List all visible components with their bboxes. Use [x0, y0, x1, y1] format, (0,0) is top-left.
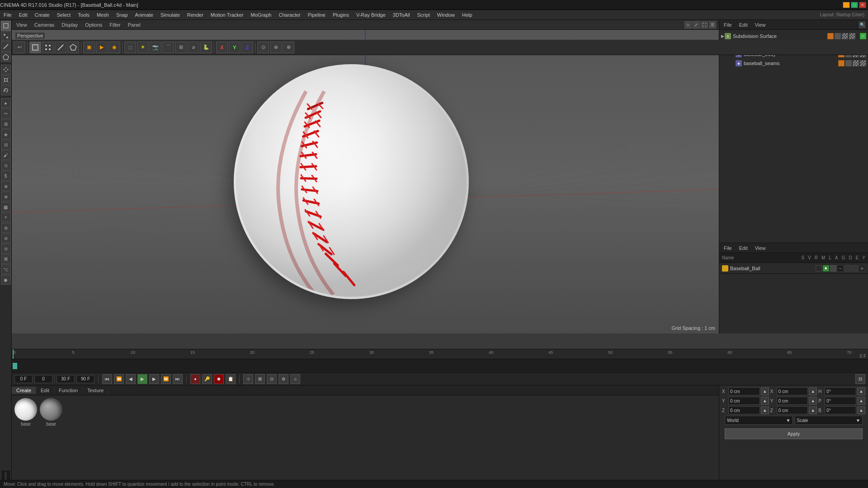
tool-f[interactable]: ⌘ [1, 254, 11, 264]
go-start-btn[interactable]: ⏮ [102, 374, 112, 384]
tool-mode-btn[interactable] [1, 21, 11, 31]
snap-config-btn[interactable]: ⊙ [267, 374, 277, 384]
tool-extrude[interactable]: ⊞ [1, 119, 11, 129]
subdiv-active[interactable]: ✓ [860, 33, 866, 39]
vp-menu-options[interactable]: Options [83, 21, 104, 28]
menu-pipeline[interactable]: Pipeline [304, 11, 329, 19]
tool-e[interactable]: ⊝ [1, 244, 11, 253]
attr-obj-row[interactable]: Baseball_Ball ■ ═ ⊛ [719, 263, 868, 274]
menu-select[interactable]: Select [53, 11, 75, 19]
menu-motion-tracker[interactable]: Motion Tracker [207, 11, 247, 19]
timeline-layout-btn[interactable]: ⊟ [855, 374, 865, 384]
coord-system[interactable]: ⊕ [270, 42, 282, 53]
maximize-button[interactable]: □ [851, 2, 858, 8]
menu-3dtoall[interactable]: 3DToAll [389, 11, 414, 19]
menu-mograph[interactable]: MoGraph [247, 11, 275, 19]
attr-icon1[interactable] [816, 265, 822, 272]
render-view[interactable]: ▶ [96, 42, 108, 53]
menu-tools[interactable]: Tools [74, 11, 93, 19]
seams-ctrl4[interactable] [860, 60, 866, 66]
obj-camera[interactable]: 📷 [150, 42, 161, 53]
coord-y-btn[interactable]: ▲ [761, 397, 769, 405]
axis-y[interactable]: Y [229, 42, 241, 53]
coord-rx-field[interactable]: 0° [825, 387, 856, 395]
coord-rx-btn[interactable]: ▲ [857, 387, 865, 395]
obj-subdivision-surface[interactable]: ▶ S Subdivision Surface ✓ [719, 32, 868, 41]
coord-x-field[interactable]: 0 cm [728, 387, 760, 395]
mode-edges[interactable] [55, 42, 66, 53]
attr-active-icon[interactable]: ■ [823, 265, 829, 272]
coord-ry-field[interactable]: 0° [825, 397, 856, 405]
tool-rotate[interactable] [1, 85, 11, 95]
next-frame-btn[interactable]: ▶ [149, 374, 159, 384]
snap-btn[interactable]: ⊙ [257, 42, 269, 53]
minimize-button[interactable]: _ [843, 2, 850, 8]
obj-baseball-seams[interactable]: ◈ baseball_seams [719, 59, 868, 68]
menu-mesh[interactable]: Mesh [93, 11, 113, 19]
menu-help[interactable]: Help [458, 11, 476, 19]
coord-z-btn[interactable]: ▲ [761, 406, 769, 414]
vp-menu-view[interactable]: View [14, 21, 29, 28]
mat-tab-texture[interactable]: Texture [83, 387, 108, 394]
attr-icon5[interactable] [844, 265, 851, 272]
am-file[interactable]: File [722, 244, 734, 252]
tool-magnet[interactable]: ⊙ [1, 160, 11, 170]
menu-character[interactable]: Character [275, 11, 304, 19]
am-view[interactable]: View [753, 244, 768, 252]
mat-ball-gray[interactable] [40, 398, 62, 421]
snap-elements-btn[interactable]: ⊞ [255, 374, 265, 384]
menu-vray[interactable]: V-Ray Bridge [353, 11, 389, 19]
render-pic[interactable]: ◉ [108, 42, 120, 53]
mat-tab-edit[interactable]: Edit [36, 387, 54, 394]
coord-ry-btn[interactable]: ▲ [857, 397, 865, 405]
coord-sy-field[interactable]: 0 cm [777, 397, 808, 405]
obj-gen[interactable]: ⊞ [175, 42, 187, 53]
tool-select[interactable]: ● [1, 98, 11, 108]
vp-menu-cameras[interactable]: Cameras [33, 21, 57, 28]
mode-points[interactable] [42, 42, 54, 53]
menu-window[interactable]: Window [434, 11, 458, 19]
viewport-canvas[interactable]: Perspective [12, 30, 719, 333]
snap-to-objects-btn[interactable]: ⊹ [243, 374, 253, 384]
record-btn[interactable]: ● [190, 374, 200, 384]
timeline-track[interactable] [12, 359, 868, 372]
am-edit[interactable]: Edit [737, 244, 750, 252]
om-edit[interactable]: Edit [737, 21, 750, 28]
auto-key-btn[interactable]: ⏺ [214, 374, 224, 384]
menu-animate[interactable]: Animate [132, 11, 157, 19]
om-search-icon[interactable]: 🔍 [859, 22, 865, 28]
menu-render[interactable]: Render [184, 11, 207, 19]
subdiv-ctrl3[interactable] [842, 33, 848, 39]
tool-poly-btn[interactable] [1, 52, 11, 62]
om-view[interactable]: View [753, 21, 768, 28]
axis-x[interactable]: X [216, 42, 228, 53]
obj-light[interactable]: ☀ [137, 42, 149, 53]
coord-rz-field[interactable]: 0° [825, 406, 856, 414]
seams-ctrl3[interactable] [853, 60, 859, 66]
tool-h[interactable]: ◉ [1, 275, 11, 285]
coord-sz-field[interactable]: 0 cm [777, 406, 808, 414]
coord-sy-btn[interactable]: ▲ [809, 397, 817, 405]
menu-file[interactable]: File [0, 11, 15, 19]
tool-d[interactable]: ⊜ [1, 233, 11, 243]
tool-g[interactable]: ⌥ [1, 264, 11, 274]
end-frame-field[interactable]: 90 F [76, 375, 94, 383]
subdiv-ctrl2[interactable] [835, 33, 841, 39]
go-end-btn[interactable]: ⏭ [173, 374, 183, 384]
material-white[interactable]: base [14, 398, 37, 427]
tool-c[interactable]: ⊛ [1, 223, 11, 233]
fps-field[interactable]: 30 F [57, 375, 75, 383]
close-button[interactable]: ✕ [859, 2, 866, 8]
subdiv-ctrl4[interactable] [849, 33, 855, 39]
menu-simulate[interactable]: Simulate [157, 11, 184, 19]
vp-menu-panel[interactable]: Panel [126, 21, 142, 28]
coord-sx-btn[interactable]: ▲ [809, 387, 817, 395]
scale-mode-select[interactable]: Scale ▼ [795, 416, 863, 425]
tool-twist[interactable]: ⊗ [1, 181, 11, 191]
seams-ctrl1[interactable] [838, 60, 844, 66]
vp-icon-move[interactable]: ⊹ [684, 21, 692, 28]
vp-menu-filter[interactable]: Filter [108, 21, 122, 28]
coord-y-field[interactable]: 0 cm [728, 397, 760, 405]
om-file[interactable]: File [722, 21, 734, 28]
start-frame-field[interactable]: 0 F [14, 375, 33, 383]
